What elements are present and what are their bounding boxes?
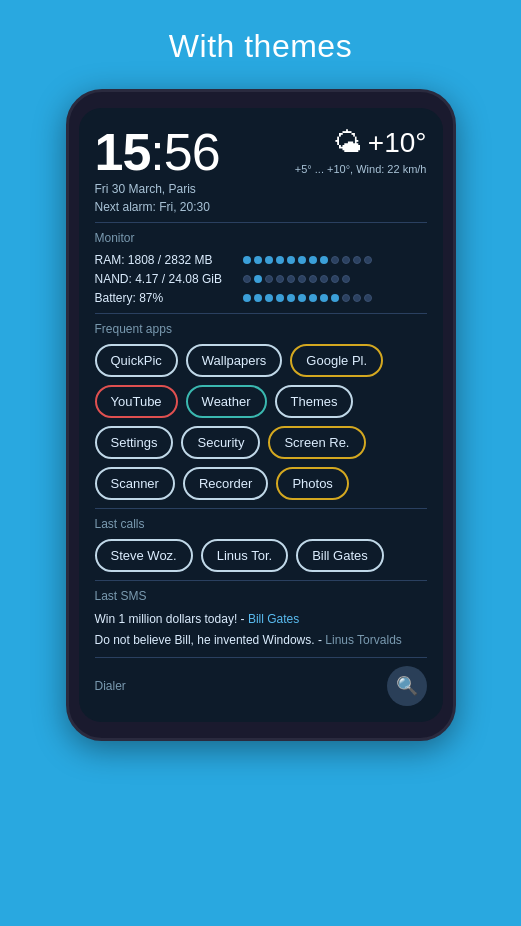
app-themes[interactable]: Themes <box>275 385 354 418</box>
dot <box>320 275 328 283</box>
dot <box>353 294 361 302</box>
dot <box>298 275 306 283</box>
dot <box>331 256 339 264</box>
time-minutes: :56 <box>150 123 219 181</box>
section-label-apps: Frequent apps <box>95 322 427 336</box>
dot <box>309 275 317 283</box>
ram-row: RAM: 1808 / 2832 MB <box>95 253 427 267</box>
app-scanner[interactable]: Scanner <box>95 467 175 500</box>
time-block: 15:56 Fri 30 March, Paris Next alarm: Fr… <box>95 126 220 214</box>
divider-apps <box>95 313 427 314</box>
calls-row: Steve Woz. Linus Tor. Bill Gates <box>95 539 427 572</box>
weather-block: 🌤 +10° +5° ... +10°, Wind: 22 km/h <box>295 126 427 175</box>
dot <box>342 275 350 283</box>
section-label-sms: Last SMS <box>95 589 427 603</box>
sms-separator-1: - <box>241 612 248 626</box>
dot <box>320 294 328 302</box>
dot <box>364 294 372 302</box>
dot <box>265 275 273 283</box>
dot <box>243 275 251 283</box>
search-fab[interactable]: 🔍 <box>387 666 427 706</box>
weather-detail: +5° ... +10°, Wind: 22 km/h <box>295 163 427 175</box>
phone-screen: 15:56 Fri 30 March, Paris Next alarm: Fr… <box>79 108 443 722</box>
divider-dialer <box>95 657 427 658</box>
sms-message-2: Do not believe Bill, he invented Windows… <box>95 632 427 649</box>
section-label-monitor: Monitor <box>95 231 427 245</box>
dot <box>298 256 306 264</box>
dot <box>298 294 306 302</box>
app-quickpic[interactable]: QuickPic <box>95 344 178 377</box>
battery-label: Battery: 87% <box>95 291 235 305</box>
app-security[interactable]: Security <box>181 426 260 459</box>
search-icon: 🔍 <box>396 675 418 697</box>
dialer-label: Dialer <box>95 679 126 693</box>
nand-row: NAND: 4.17 / 24.08 GiB <box>95 272 427 286</box>
divider-sms <box>95 580 427 581</box>
app-weather[interactable]: Weather <box>186 385 267 418</box>
sms-sender-2: Linus Torvalds <box>325 633 402 647</box>
app-wallpapers[interactable]: Wallpapers <box>186 344 283 377</box>
call-bill-gates[interactable]: Bill Gates <box>296 539 384 572</box>
dot <box>287 294 295 302</box>
dot <box>265 294 273 302</box>
ram-label: RAM: 1808 / 2832 MB <box>95 253 235 267</box>
section-label-calls: Last calls <box>95 517 427 531</box>
app-settings[interactable]: Settings <box>95 426 174 459</box>
dot <box>276 294 284 302</box>
alarm-line: Next alarm: Fri, 20:30 <box>95 200 220 214</box>
page-title: With themes <box>169 28 352 65</box>
call-steve-woz[interactable]: Steve Woz. <box>95 539 193 572</box>
sms-row: Win 1 million dollars today! - Bill Gate… <box>95 611 427 649</box>
nand-label: NAND: 4.17 / 24.08 GiB <box>95 272 235 286</box>
time-hours: 15 <box>95 123 151 181</box>
dot <box>276 256 284 264</box>
sms-sender-1: Bill Gates <box>248 612 299 626</box>
dot <box>243 294 251 302</box>
nand-dots <box>243 275 350 283</box>
dot <box>254 275 262 283</box>
time-display: 15:56 <box>95 126 220 178</box>
dot <box>265 256 273 264</box>
phone-outer: 15:56 Fri 30 March, Paris Next alarm: Fr… <box>66 89 456 741</box>
divider-calls <box>95 508 427 509</box>
app-youtube[interactable]: YouTube <box>95 385 178 418</box>
dot <box>342 294 350 302</box>
app-screen-re[interactable]: Screen Re. <box>268 426 365 459</box>
dot <box>331 275 339 283</box>
apps-grid: QuickPic Wallpapers Google Pl. YouTube W… <box>95 344 427 500</box>
weather-icon: 🌤 <box>334 126 362 159</box>
weather-temp: +10° <box>368 127 427 159</box>
dot <box>320 256 328 264</box>
dot <box>243 256 251 264</box>
dot <box>331 294 339 302</box>
app-photos[interactable]: Photos <box>276 467 348 500</box>
divider-monitor <box>95 222 427 223</box>
ram-dots <box>243 256 372 264</box>
dot <box>309 256 317 264</box>
date-line: Fri 30 March, Paris <box>95 182 220 196</box>
battery-row: Battery: 87% <box>95 291 427 305</box>
dialer-row: Dialer 🔍 <box>95 666 427 706</box>
dot <box>254 294 262 302</box>
sms-text-2: Do not believe Bill, he invented Windows… <box>95 633 315 647</box>
dot <box>342 256 350 264</box>
call-linus-tor[interactable]: Linus Tor. <box>201 539 288 572</box>
dot <box>287 256 295 264</box>
sms-text-1: Win 1 million dollars today! <box>95 612 238 626</box>
app-google-play[interactable]: Google Pl. <box>290 344 383 377</box>
app-recorder[interactable]: Recorder <box>183 467 268 500</box>
dot <box>364 256 372 264</box>
dot <box>276 275 284 283</box>
dot <box>254 256 262 264</box>
dot <box>309 294 317 302</box>
sms-message-1: Win 1 million dollars today! - Bill Gate… <box>95 611 427 628</box>
dot <box>353 256 361 264</box>
battery-dots <box>243 294 372 302</box>
dot <box>287 275 295 283</box>
